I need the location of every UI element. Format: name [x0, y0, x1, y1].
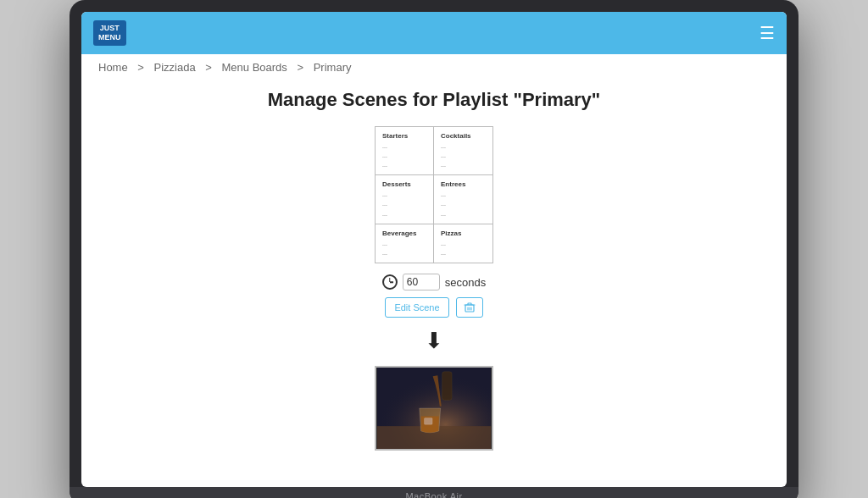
entrees-title: Entrees: [441, 180, 486, 188]
svg-rect-4: [424, 418, 432, 425]
scene-cell-starters: Starters ... ... ...: [376, 127, 434, 176]
scene-cell-entrees: Entrees ... ... ...: [434, 175, 492, 224]
pizzas-dots: ... ...: [441, 239, 486, 257]
delete-scene-button[interactable]: [456, 297, 483, 318]
pizzas-title: Pizzas: [441, 230, 486, 237]
timer-row: seconds: [98, 274, 770, 290]
hamburger-menu-icon[interactable]: ☰: [760, 23, 775, 43]
page-title: Manage Scenes for Playlist "Primary": [98, 89, 770, 111]
scene-cell-pizzas: Pizzas ... ...: [434, 224, 492, 263]
starters-dots: ... ... ...: [382, 141, 426, 170]
breadcrumb-home[interactable]: Home: [98, 61, 128, 74]
cocktails-title: Cocktails: [441, 132, 486, 140]
app-header: JUST MENU ☰: [81, 12, 787, 54]
scene-cell-desserts: Desserts ... ... ...: [376, 175, 434, 224]
desserts-dots: ... ... ...: [382, 190, 426, 219]
trash-icon: [464, 302, 476, 313]
entrees-dots: ... ... ...: [441, 190, 486, 219]
svg-rect-5: [442, 372, 453, 401]
down-arrow: ⬇: [98, 328, 770, 354]
starters-title: Starters: [382, 132, 426, 140]
scene-card-2-image: [375, 366, 493, 451]
laptop-frame: JUST MENU ☰ Home > Pizziada > Menu Board…: [70, 0, 798, 498]
beverages-title: Beverages: [382, 230, 426, 237]
laptop-base: MacBook Air: [70, 487, 798, 498]
breadcrumb-primary[interactable]: Primary: [314, 61, 352, 74]
laptop-model-label: MacBook Air: [405, 491, 462, 498]
scene-cell-beverages: Beverages ... ...: [376, 224, 434, 263]
seconds-label: seconds: [445, 276, 486, 289]
app-logo: JUST MENU: [93, 20, 126, 46]
laptop-screen: JUST MENU ☰ Home > Pizziada > Menu Board…: [81, 12, 787, 487]
scene-grid: Starters ... ... ... Cocktails ... ... .…: [376, 127, 492, 263]
action-row: Edit Scene: [98, 297, 770, 318]
clock-icon: [382, 274, 398, 290]
breadcrumb: Home > Pizziada > Menu Boards > Primary: [81, 54, 787, 80]
page-content: Manage Scenes for Playlist "Primary" Sta…: [81, 80, 787, 487]
breadcrumb-menu-boards[interactable]: Menu Boards: [222, 61, 287, 74]
scene-cell-cocktails: Cocktails ... ... ...: [434, 127, 492, 176]
desserts-title: Desserts: [382, 180, 426, 188]
beverages-dots: ... ...: [382, 239, 426, 257]
drink-image: [376, 368, 492, 449]
edit-scene-button[interactable]: Edit Scene: [385, 297, 448, 318]
duration-input[interactable]: [403, 274, 440, 290]
cocktails-dots: ... ... ...: [441, 141, 486, 170]
breadcrumb-pizziada[interactable]: Pizziada: [154, 61, 196, 74]
scene-card-1: Starters ... ... ... Cocktails ... ... .…: [375, 126, 493, 264]
